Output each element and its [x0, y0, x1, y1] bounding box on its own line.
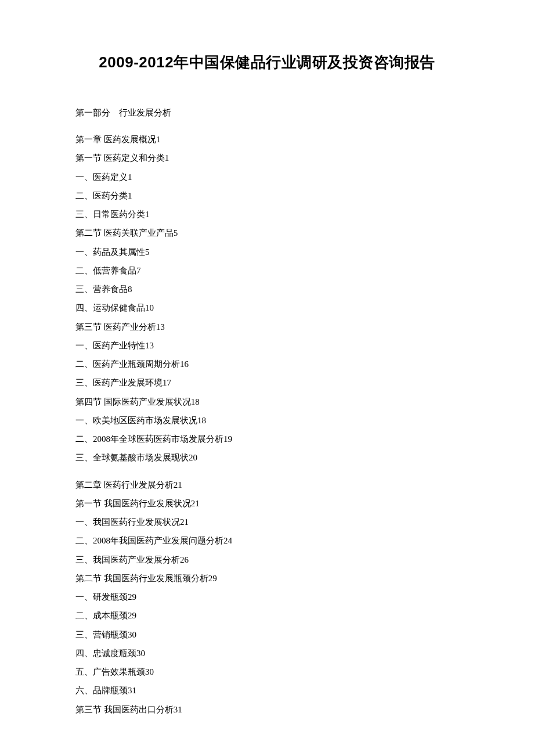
- toc-entry: 一、医药定义1: [75, 168, 459, 186]
- toc-entry: 第一节 医药定义和分类1: [75, 149, 459, 167]
- toc-entry: 二、低营养食品7: [75, 261, 459, 280]
- toc-entry: 六、品牌瓶颈31: [75, 681, 459, 700]
- toc-entry: 第一节 我国医药行业发展状况21: [75, 494, 459, 513]
- toc-entry: 三、我国医药产业发展分析26: [75, 550, 459, 569]
- toc-entry: 五、广告效果瓶颈30: [75, 663, 459, 681]
- part-heading: 第一部分 行业发展分析: [75, 107, 459, 118]
- toc-entry: 一、医药产业特性13: [75, 336, 459, 355]
- toc-entry: 一、药品及其属性5: [75, 243, 459, 261]
- document-page: 2009-2012年中国保健品行业调研及投资咨询报告 第一部分 行业发展分析 第…: [0, 0, 534, 754]
- toc-entry: 第四节 国际医药产业发展状况18: [75, 393, 459, 411]
- toc-entry: 第一章 医药发展概况1: [75, 130, 459, 149]
- toc-entry: 二、2008年我国医药产业发展问题分析24: [75, 531, 459, 550]
- toc-entry: 第三节 我国医药出口分析31: [75, 700, 459, 719]
- toc-entry: 三、日常医药分类1: [75, 205, 459, 224]
- toc-entry: 四、忠诚度瓶颈30: [75, 644, 459, 663]
- toc-entry: 一、欧美地区医药市场发展状况18: [75, 411, 459, 430]
- document-title: 2009-2012年中国保健品行业调研及投资咨询报告: [75, 52, 459, 73]
- toc-entry: 一、我国医药行业发展状况21: [75, 513, 459, 531]
- toc-entry: 第二章 医药行业发展分析21: [75, 476, 459, 494]
- toc-entry: 二、医药产业瓶颈周期分析16: [75, 355, 459, 373]
- toc-entry: 三、全球氨基酸市场发展现状20: [75, 448, 459, 467]
- toc-entry: 一、研发瓶颈29: [75, 588, 459, 606]
- toc-entry: 二、2008年全球医药医药市场发展分析19: [75, 430, 459, 448]
- toc-entry: 第二节 我国医药行业发展瓶颈分析29: [75, 569, 459, 588]
- toc-entry: 二、成本瓶颈29: [75, 606, 459, 625]
- toc-entry: 三、营养食品8: [75, 280, 459, 298]
- toc-entry: 第三节 医药产业分析13: [75, 318, 459, 336]
- toc-entry: 三、营销瓶颈30: [75, 625, 459, 644]
- toc-entry: 第二节 医药关联产业产品5: [75, 224, 459, 242]
- section-gap: [75, 467, 459, 476]
- toc-entry: 四、运动保健食品10: [75, 298, 459, 317]
- toc-entry: 二、医药分类1: [75, 186, 459, 205]
- table-of-contents: 第一章 医药发展概况1第一节 医药定义和分类1一、医药定义1二、医药分类1三、日…: [75, 130, 459, 719]
- toc-entry: 三、医药产业发展环境17: [75, 373, 459, 392]
